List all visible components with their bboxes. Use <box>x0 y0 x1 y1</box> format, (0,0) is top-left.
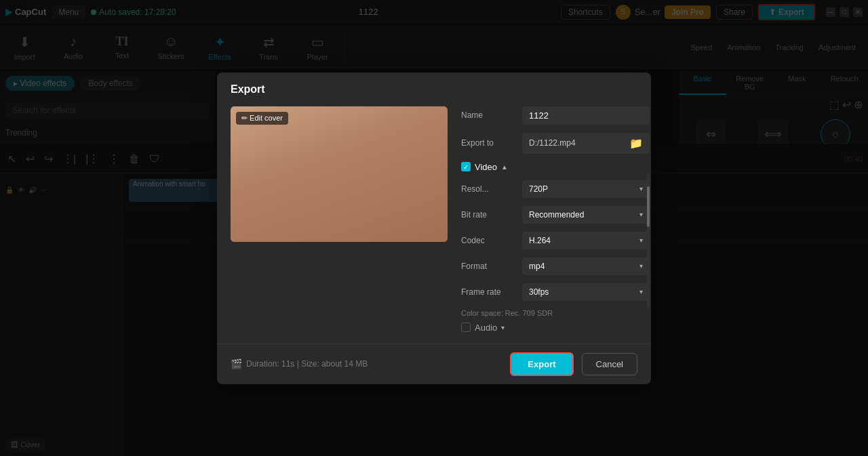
audio-section-label: Audio <box>475 323 497 333</box>
codec-label: Codec <box>461 236 522 245</box>
preview-cover: ✏ Edit cover <box>231 106 448 242</box>
export-to-label: Export to <box>461 138 522 148</box>
resolution-select[interactable]: 720P ▾ <box>522 180 650 198</box>
preview-area: ✏ Edit cover <box>231 106 448 333</box>
resolution-row: Resol... 720P ▾ <box>461 180 650 198</box>
bitrate-value: Recommended <box>529 210 584 220</box>
audio-chevron: ▾ <box>501 324 505 331</box>
format-label: Format <box>461 262 522 271</box>
framerate-label: Frame rate <box>461 287 522 297</box>
color-space-text: Color space: Rec. 709 SDR <box>461 309 650 317</box>
dialog-body: ✏ Edit cover Name Export to D:/1122.mp4 … <box>217 96 651 344</box>
format-value: mp4 <box>529 262 545 271</box>
export-info: 🎬 Duration: 11s | Size: about 14 MB <box>231 358 502 369</box>
dialog-overlay: Export ✏ Edit cover Name Export to <box>0 0 868 456</box>
framerate-select[interactable]: 30fps ▾ <box>522 283 650 301</box>
codec-row: Codec H.264 ▾ <box>461 232 650 249</box>
cancel-button[interactable]: Cancel <box>582 353 637 375</box>
bitrate-label: Bit rate <box>461 210 522 220</box>
codec-select[interactable]: H.264 ▾ <box>522 232 650 249</box>
film-icon: 🎬 <box>231 358 242 369</box>
scrollbar[interactable] <box>647 173 650 308</box>
name-input[interactable] <box>522 106 650 125</box>
bitrate-select[interactable]: Recommended ▾ <box>522 206 650 224</box>
audio-toggle[interactable]: Audio ▾ <box>461 323 650 333</box>
framerate-value: 30fps <box>529 287 549 297</box>
name-row: Name <box>461 106 650 125</box>
dialog-title: Export <box>217 72 651 96</box>
scrollbar-thumb <box>647 186 650 227</box>
format-chevron: ▾ <box>639 262 643 270</box>
form-area: Name Export to D:/1122.mp4 📁 ✓ Video ▲ <box>461 106 650 333</box>
name-label: Name <box>461 110 522 120</box>
bitrate-chevron: ▾ <box>639 211 643 218</box>
folder-icon[interactable]: 📁 <box>629 137 643 150</box>
export-dialog: Export ✏ Edit cover Name Export to <box>217 72 651 384</box>
format-select[interactable]: mp4 ▾ <box>522 257 650 275</box>
bitrate-row: Bit rate Recommended ▾ <box>461 206 650 224</box>
export-path-text: D:/1122.mp4 <box>529 138 576 148</box>
codec-value: H.264 <box>529 236 551 245</box>
video-chevron: ▲ <box>501 163 508 171</box>
video-section-label: Video <box>475 162 497 172</box>
dialog-footer: 🎬 Duration: 11s | Size: about 14 MB Expo… <box>217 344 651 384</box>
video-checkbox: ✓ <box>461 162 471 171</box>
format-row: Format mp4 ▾ <box>461 257 650 275</box>
framerate-chevron: ▾ <box>639 288 643 295</box>
resolution-label: Resol... <box>461 184 522 194</box>
resolution-value: 720P <box>529 184 548 194</box>
export-to-row: Export to D:/1122.mp4 📁 <box>461 133 650 154</box>
framerate-row: Frame rate 30fps ▾ <box>461 283 650 301</box>
edit-cover-button[interactable]: ✏ Edit cover <box>236 112 288 125</box>
duration-size-text: Duration: 11s | Size: about 14 MB <box>246 359 368 369</box>
video-toggle[interactable]: ✓ Video ▲ <box>461 162 650 172</box>
codec-chevron: ▾ <box>639 236 643 244</box>
preview-bg <box>231 106 448 242</box>
resolution-chevron: ▾ <box>639 185 643 192</box>
audio-checkbox <box>461 323 471 332</box>
export-button-dialog[interactable]: Export <box>510 352 573 376</box>
export-path-field[interactable]: D:/1122.mp4 📁 <box>522 133 650 154</box>
